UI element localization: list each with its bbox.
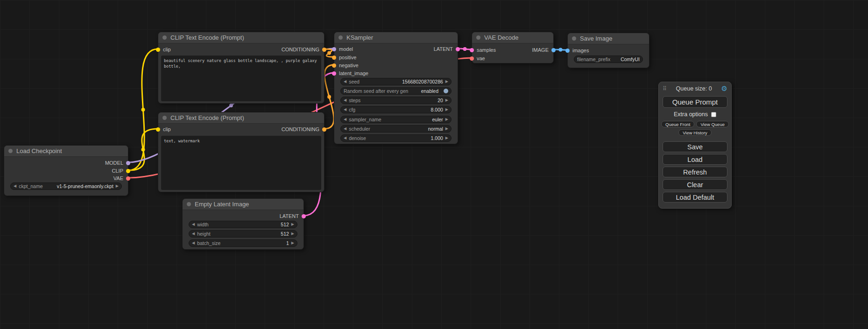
node-vae-decode[interactable]: VAE Decode samples vae IMAGE xyxy=(472,32,554,63)
increment-arrow-icon[interactable]: ▶ xyxy=(291,241,294,245)
toggle-dot-icon[interactable] xyxy=(444,89,448,93)
widget-seed[interactable]: ◀ seed 156680208700286 ▶ xyxy=(340,78,452,85)
widget-width[interactable]: ◀ width 512 ▶ xyxy=(189,221,297,228)
node-title-bar[interactable]: CLIP Text Encode (Prompt) xyxy=(158,112,324,124)
increment-arrow-icon[interactable]: ▶ xyxy=(116,184,119,188)
decrement-arrow-icon[interactable]: ◀ xyxy=(344,80,346,84)
input-port-samples[interactable]: samples xyxy=(470,47,496,53)
increment-arrow-icon[interactable]: ▶ xyxy=(445,127,448,131)
port-dot-icon[interactable] xyxy=(156,127,160,132)
collapse-dot-icon[interactable] xyxy=(187,202,191,206)
input-port-clip[interactable]: clip xyxy=(156,126,171,133)
collapse-dot-icon[interactable] xyxy=(476,35,480,40)
output-port-conditioning[interactable]: CONDITIONING xyxy=(282,126,326,133)
increment-arrow-icon[interactable]: ▶ xyxy=(445,80,448,84)
node-title-bar[interactable]: Empty Latent Image xyxy=(183,199,303,210)
output-port-vae[interactable]: VAE xyxy=(113,175,130,182)
increment-arrow-icon[interactable]: ▶ xyxy=(291,232,294,236)
node-clip-text-encode-negative[interactable]: CLIP Text Encode (Prompt) clip CONDITION… xyxy=(158,112,325,192)
node-title-bar[interactable]: KSampler xyxy=(334,32,458,43)
widget-ckpt-name[interactable]: ◀ ckpt_name v1-5-pruned-emaonly.ckpt ▶ xyxy=(10,182,122,190)
node-save-image[interactable]: Save Image images filename_prefix ComfyU… xyxy=(567,33,649,68)
port-dot-icon[interactable] xyxy=(322,48,326,52)
port-dot-icon[interactable] xyxy=(470,48,474,52)
widget-scheduler[interactable]: ◀ scheduler normal ▶ xyxy=(340,125,452,133)
widget-steps[interactable]: ◀ steps 20 ▶ xyxy=(340,97,452,104)
port-dot-icon[interactable] xyxy=(565,49,570,53)
port-dot-icon[interactable] xyxy=(456,47,460,51)
input-port-latent-image[interactable]: latent_image xyxy=(332,70,368,77)
node-clip-text-encode-positive[interactable]: CLIP Text Encode (Prompt) clip CONDITION… xyxy=(158,32,325,104)
output-port-conditioning[interactable]: CONDITIONING xyxy=(282,46,326,53)
collapse-dot-icon[interactable] xyxy=(8,149,13,153)
output-port-image[interactable]: IMAGE xyxy=(532,47,556,53)
port-dot-icon[interactable] xyxy=(470,56,474,61)
settings-gear-icon[interactable]: ⚙ xyxy=(721,84,727,93)
port-dot-icon[interactable] xyxy=(332,56,336,60)
output-port-model[interactable]: MODEL xyxy=(105,160,130,166)
input-port-model[interactable]: model xyxy=(332,46,353,52)
decrement-arrow-icon[interactable]: ◀ xyxy=(192,223,195,226)
decrement-arrow-icon[interactable]: ◀ xyxy=(14,184,16,188)
widget-sampler-name[interactable]: ◀ sampler_name euler ▶ xyxy=(340,116,452,123)
refresh-button[interactable]: Refresh xyxy=(663,167,727,177)
node-title-bar[interactable]: CLIP Text Encode (Prompt) xyxy=(158,32,324,43)
decrement-arrow-icon[interactable]: ◀ xyxy=(192,241,195,245)
output-port-latent[interactable]: LATENT xyxy=(280,213,306,219)
increment-arrow-icon[interactable]: ▶ xyxy=(291,223,294,226)
view-history-button[interactable]: View History xyxy=(678,129,712,136)
collapse-dot-icon[interactable] xyxy=(572,36,576,41)
node-title-bar[interactable]: Save Image xyxy=(568,33,649,44)
node-load-checkpoint[interactable]: Load Checkpoint MODEL CLIP VAE ◀ ckpt_na… xyxy=(4,145,128,196)
collapse-dot-icon[interactable] xyxy=(162,35,167,40)
extra-options-checkbox[interactable] xyxy=(711,112,716,117)
port-dot-icon[interactable] xyxy=(551,48,556,52)
input-port-vae[interactable]: vae xyxy=(470,55,485,62)
collapse-dot-icon[interactable] xyxy=(162,116,167,120)
prompt-textarea[interactable]: text, watermark xyxy=(161,136,321,190)
port-dot-icon[interactable] xyxy=(126,161,130,165)
node-title-bar[interactable]: VAE Decode xyxy=(472,32,553,43)
widget-filename-prefix[interactable]: filename_prefix ComfyUI xyxy=(574,56,643,63)
queue-front-button[interactable]: Queue Front xyxy=(661,121,694,127)
input-port-images[interactable]: images xyxy=(565,47,589,54)
load-button[interactable]: Load xyxy=(663,154,727,165)
node-title-bar[interactable]: Load Checkpoint xyxy=(4,146,128,157)
port-dot-icon[interactable] xyxy=(126,176,130,181)
load-default-button[interactable]: Load Default xyxy=(663,192,727,203)
port-dot-icon[interactable] xyxy=(126,169,130,173)
view-queue-button[interactable]: View Queue xyxy=(696,121,729,127)
input-port-negative[interactable]: negative xyxy=(332,62,359,69)
queue-prompt-button[interactable]: Queue Prompt xyxy=(663,96,727,108)
decrement-arrow-icon[interactable]: ◀ xyxy=(344,108,346,112)
drag-handle-icon[interactable]: ⠿ xyxy=(663,85,667,92)
port-dot-icon[interactable] xyxy=(302,214,306,218)
node-ksampler[interactable]: KSampler model positive negative latent_… xyxy=(334,32,458,144)
widget-batch-size[interactable]: ◀ batch_size 1 ▶ xyxy=(189,239,297,247)
decrement-arrow-icon[interactable]: ◀ xyxy=(344,136,346,140)
port-dot-icon[interactable] xyxy=(332,63,336,68)
decrement-arrow-icon[interactable]: ◀ xyxy=(192,232,195,236)
port-dot-icon[interactable] xyxy=(322,127,326,132)
increment-arrow-icon[interactable]: ▶ xyxy=(445,136,448,140)
input-port-positive[interactable]: positive xyxy=(332,54,356,61)
decrement-arrow-icon[interactable]: ◀ xyxy=(344,127,346,131)
decrement-arrow-icon[interactable]: ◀ xyxy=(344,98,346,102)
widget-height[interactable]: ◀ height 512 ▶ xyxy=(189,230,297,238)
collapse-dot-icon[interactable] xyxy=(339,35,343,40)
port-dot-icon[interactable] xyxy=(332,71,336,76)
save-button[interactable]: Save xyxy=(663,141,727,152)
increment-arrow-icon[interactable]: ▶ xyxy=(445,118,448,121)
port-dot-icon[interactable] xyxy=(156,48,160,52)
widget-random-seed-toggle[interactable]: Random seed after every gen enabled xyxy=(340,87,452,95)
input-port-clip[interactable]: clip xyxy=(156,46,171,53)
widget-denoise[interactable]: ◀ denoise 1.000 ▶ xyxy=(340,134,452,142)
prompt-textarea[interactable]: beautiful scenery nature glass bottle la… xyxy=(161,56,321,101)
clear-button[interactable]: Clear xyxy=(663,179,727,190)
increment-arrow-icon[interactable]: ▶ xyxy=(445,108,448,112)
widget-cfg[interactable]: ◀ cfg 8.000 ▶ xyxy=(340,106,452,113)
decrement-arrow-icon[interactable]: ◀ xyxy=(344,118,346,121)
port-dot-icon[interactable] xyxy=(332,47,336,51)
node-empty-latent-image[interactable]: Empty Latent Image LATENT ◀ width 512 ▶ … xyxy=(182,198,304,250)
increment-arrow-icon[interactable]: ▶ xyxy=(445,98,448,102)
